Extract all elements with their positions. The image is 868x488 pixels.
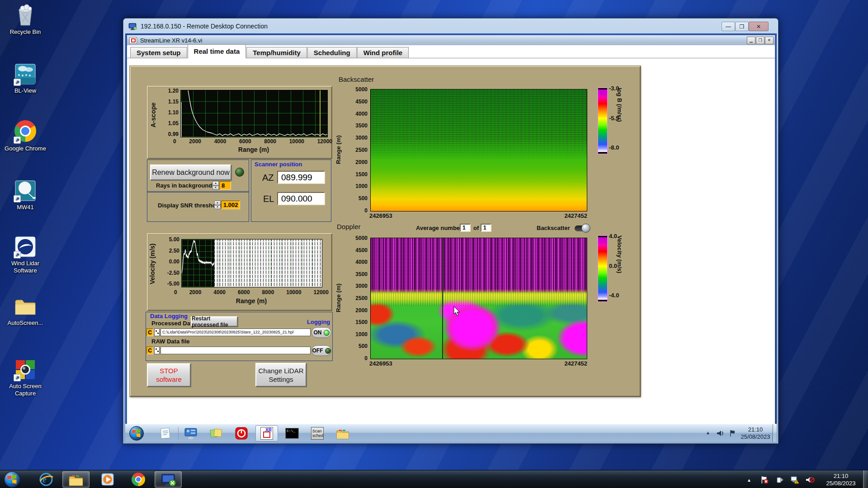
processed-drive-letter[interactable]: C — [146, 328, 153, 336]
app-minimize-button[interactable]: ▁ — [747, 37, 755, 44]
desktop-screen: Recycle Bin ↗ BL-View ↗ Google Chrome — [0, 0, 868, 488]
remote-taskbar-sticky-notes-icon[interactable] — [205, 425, 227, 441]
tab-temp-humidity[interactable]: Temp/humidity — [246, 47, 307, 58]
processed-logging-on-button[interactable]: ON — [311, 327, 331, 338]
recycle-bin-icon — [14, 4, 37, 27]
velocity-y-tick: 5.00 — [159, 236, 179, 243]
desktop-icon-mw41[interactable]: ↗ MW41 — [4, 179, 47, 211]
processed-path-browse-icon[interactable] — [154, 328, 160, 336]
raw-drive-letter[interactable]: C — [146, 347, 153, 354]
app-close-button[interactable]: ✕ — [765, 37, 774, 44]
raw-path-field[interactable] — [160, 347, 311, 354]
on-label: ON — [314, 329, 322, 336]
renew-background-button[interactable]: Renew background now — [150, 164, 231, 180]
velocity-y-tick: -5.00 — [159, 281, 179, 287]
taskbar-clock[interactable]: 21:10 25/08/2023 — [820, 473, 862, 487]
change-lidar-settings-button[interactable]: Change LiDAR Settings — [255, 363, 307, 387]
remote-taskbar-scan-scheduler-icon[interactable]: Scan sched — [306, 425, 329, 441]
taskbar-explorer-icon[interactable] — [62, 471, 90, 488]
remote-start-button[interactable] — [129, 426, 144, 442]
raw-path-browse-icon[interactable] — [154, 347, 160, 354]
desktop-icon-label: Wind Lidar Software — [4, 260, 47, 274]
snr-spinner[interactable]: ▲▼ — [214, 201, 221, 209]
rdp-maximize-button[interactable]: ❒ — [735, 22, 749, 31]
app-window-title: StreamLine XR v14-6.vi — [140, 37, 202, 44]
taskbar-remote-desktop-icon[interactable] — [155, 471, 182, 488]
change-lidar-line2: Settings — [269, 375, 293, 384]
ascope-y-tick: 1.10 — [160, 109, 179, 116]
taskbar-internet-explorer-icon[interactable]: e — [33, 471, 60, 488]
windows-taskbar: e ▲ — [0, 470, 868, 488]
svg-text:e: e — [42, 474, 47, 484]
desktop-icon-autoscreen-folder[interactable]: AutoScreen... — [4, 295, 47, 327]
tray-power-plug-icon[interactable] — [776, 476, 784, 486]
taskbar-media-player-icon[interactable] — [94, 471, 121, 488]
rdp-window-title: 192.168.0.150 - Remote Desktop Connectio… — [141, 23, 268, 30]
remote-taskbar-notepad-icon[interactable] — [154, 425, 177, 441]
rays-spinner[interactable]: ▲▼ — [212, 181, 219, 190]
desktop-icon-google-chrome[interactable]: ↗ Google Chrome — [4, 119, 47, 152]
ascope-x-axis-label: Range (m) — [180, 146, 327, 153]
mw41-icon: ↗ — [14, 179, 37, 202]
logging-label: Logging — [307, 319, 330, 325]
tray-network-warning-icon[interactable]: ! — [790, 476, 799, 486]
remote-taskbar-streamline-xr-icon[interactable]: XR — [255, 425, 278, 441]
snr-value-field[interactable]: 1.002 — [221, 201, 240, 209]
tab-wind-profile[interactable]: Wind profile — [357, 47, 409, 58]
remote-tray-show-hidden-icons[interactable]: ▲ — [706, 430, 710, 435]
start-button[interactable] — [4, 471, 21, 488]
doppler-colorbar — [598, 235, 608, 302]
tab-scheduling[interactable]: Scheduling — [307, 47, 357, 58]
el-value-field[interactable]: 090.000 — [277, 192, 325, 205]
rdp-minimize-button[interactable]: — — [722, 22, 735, 31]
processed-path-field[interactable]: C:\Lidar\Data\Proc\2023\202308\20230825\… — [160, 328, 311, 336]
stop-line2: software — [156, 375, 182, 384]
restart-processed-file-button[interactable]: Restart processed file — [191, 316, 238, 327]
desktop-icon-label: MW41 — [4, 204, 47, 211]
az-label: AZ — [262, 173, 274, 183]
desktop-icon-bl-view[interactable]: ↗ BL-View — [4, 62, 47, 94]
taskbar-separator — [178, 427, 179, 440]
desktop-icon-auto-screen-capture[interactable]: ↗ Auto Screen Capture — [4, 358, 47, 397]
velocity-x-tick: 4000 — [213, 289, 226, 296]
doppler-cursor-line[interactable] — [442, 238, 443, 359]
rdp-window: 192.168.0.150 - Remote Desktop Connectio… — [123, 18, 778, 444]
remote-show-desktop-button[interactable] — [773, 424, 777, 442]
desktop-icon-wind-lidar-software[interactable]: ↗ Wind Lidar Software — [4, 235, 47, 274]
tab-real-time-data[interactable]: Real time data — [188, 44, 246, 58]
show-desktop-button[interactable] — [863, 470, 868, 488]
backscatter-y-tick: 2000 — [347, 159, 368, 165]
average-total-field[interactable]: 1 — [481, 224, 491, 232]
remote-taskbar-clock[interactable]: 21:10 25/08/2023 — [738, 426, 773, 441]
backscatter-toggle-switch[interactable] — [575, 225, 589, 231]
ascope-x-tick: 12000 — [317, 138, 332, 145]
app-restore-button[interactable]: ❒ — [756, 37, 764, 44]
real-time-data-panel: A-scope 1.201.151.101.050.99 02000400060… — [130, 66, 641, 397]
doppler-colorbar-label: Velocity (m/s) — [616, 235, 623, 303]
remote-taskbar-display-settings-icon[interactable] — [179, 425, 202, 441]
remote-taskbar-power-stop-icon[interactable] — [230, 425, 253, 441]
average-number-field[interactable]: 1 — [460, 224, 471, 232]
taskbar-chrome-icon[interactable] — [125, 471, 152, 488]
stop-software-button[interactable]: STOP software — [147, 363, 191, 387]
remote-taskbar-command-prompt-icon[interactable]: C:\_ — [281, 425, 303, 441]
rays-value-field[interactable]: 8 — [219, 181, 231, 190]
chrome-icon: ↗ — [14, 120, 37, 144]
doppler-y-tick: 3500 — [347, 271, 368, 277]
mouse-cursor — [453, 306, 461, 316]
remote-taskbar-explorer-icon[interactable] — [331, 425, 354, 441]
tray-action-center-flag-icon[interactable] — [760, 476, 769, 486]
backscatter-colorbar-label: log B (/m/sr) — [616, 88, 623, 155]
remote-tray-action-center-flag-icon[interactable] — [729, 430, 736, 439]
raw-logging-off-button[interactable]: OFF — [311, 345, 331, 356]
auto-screen-capture-icon: ↗ — [14, 358, 37, 381]
tray-speaker-muted-icon[interactable] — [806, 476, 815, 486]
tray-show-hidden-icons[interactable]: ▲ — [747, 478, 751, 483]
az-value-field[interactable]: 089.999 — [277, 171, 325, 184]
remote-tray-speaker-icon[interactable] — [717, 430, 724, 439]
doppler-y-axis-label: Range (m) — [335, 238, 342, 358]
rdp-close-button[interactable]: ✕ — [749, 22, 769, 31]
desktop-icon-recycle-bin[interactable]: Recycle Bin — [4, 4, 47, 36]
tab-system-setup[interactable]: System setup — [130, 47, 187, 58]
rdp-title-bar[interactable]: 192.168.0.150 - Remote Desktop Connectio… — [123, 19, 778, 33]
